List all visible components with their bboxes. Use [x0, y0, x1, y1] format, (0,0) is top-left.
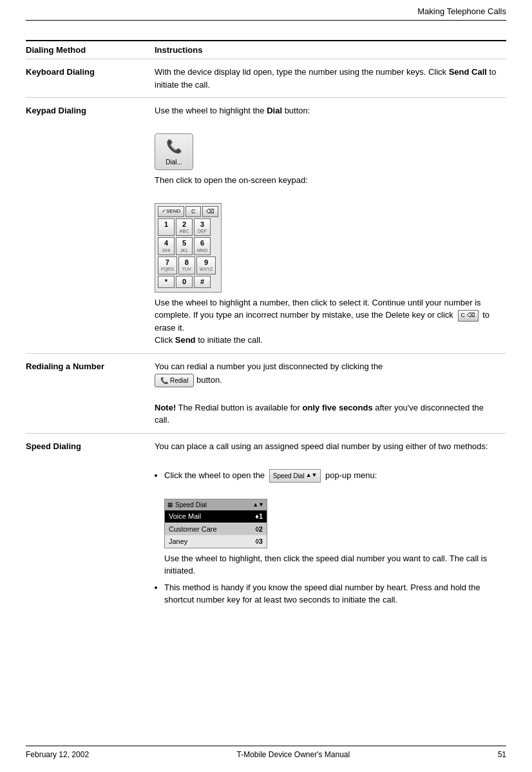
popup-customercare-label: Customer Care	[169, 524, 217, 535]
instructions-speed: You can place a call using an assigned s…	[155, 433, 506, 617]
bullet1-text2: pop-up menu:	[325, 470, 377, 480]
list-item: Click the wheel to open the Speed Dial ▲…	[164, 469, 500, 577]
keypad-key-star[interactable]: *	[158, 276, 175, 288]
table-row: Redialing a Number You can redial a numb…	[26, 353, 506, 433]
dial-phone-icon: 📞	[160, 137, 187, 156]
redial-text1: You can redial a number you just disconn…	[155, 362, 383, 371]
keypad-text2: button:	[282, 106, 310, 115]
bullet2-text: This method is handy if you know the spe…	[164, 583, 480, 605]
method-keypad: Keypad Dialing	[26, 98, 155, 354]
popup-header-icon: ▦	[167, 501, 173, 510]
redial-phone-icon: 📞	[160, 376, 168, 385]
popup-row-customercare[interactable]: Customer Care ◊2	[165, 523, 267, 536]
note-text: The Redial button is available for	[176, 403, 302, 412]
keyboard-text1: With the device display lid open, type t…	[155, 67, 449, 77]
popup-voicemail-label: Voice Mail	[169, 511, 201, 522]
keypad-text1: Use the wheel to highlight the	[155, 106, 267, 115]
speed-dial-popup: ▦ Speed Dial ▲▼ Voice Mail ♦1	[164, 499, 267, 548]
dial-button[interactable]: 📞 Dial...	[155, 133, 193, 170]
speed-dial-label: Speed Dial	[273, 471, 305, 481]
instructions-keypad: Use the wheel to highlight the Dial butt…	[155, 98, 506, 354]
list-item: This method is handy if you know the spe…	[164, 581, 500, 606]
popup-header-label: Speed Dial	[175, 500, 207, 510]
keypad-key-6[interactable]: 6MNO	[194, 237, 211, 255]
speed-dial-arrow-icon: ▲▼	[306, 471, 318, 480]
table-row: Keyboard Dialing With the device display…	[26, 59, 506, 98]
keypad-key-2[interactable]: 2ABC	[176, 218, 193, 236]
click-send-text: Click	[155, 335, 175, 345]
note-label: Note!	[155, 403, 176, 412]
redial-button[interactable]: 📞 Redial	[155, 374, 194, 387]
page-title: Making Telephone Calls	[417, 6, 506, 16]
speed-use-text: Use the wheel to highlight, then click t…	[164, 554, 487, 576]
keypad-key-hash[interactable]: #	[194, 276, 211, 288]
page-wrapper: Making Telephone Calls Dialing Method In…	[0, 0, 532, 772]
method-speed: Speed Dialing	[26, 433, 155, 617]
keypad-key-4[interactable]: 4GHI	[158, 237, 175, 255]
redial-label: Redial	[170, 376, 188, 385]
keypad-delete-btn[interactable]: ⌫	[202, 206, 218, 217]
col1-header: Dialing Method	[26, 41, 155, 59]
keyboard-bold1: Send Call	[449, 67, 487, 77]
note-bold-text: only five seconds	[303, 403, 373, 412]
speed-text1: You can place a call using an assigned s…	[155, 441, 488, 451]
footer-manual: T-Mobile Device Owner's Manual	[237, 750, 350, 759]
table-row: Keypad Dialing Use the wheel to highligh…	[26, 98, 506, 354]
method-redialing: Redialing a Number	[26, 353, 155, 433]
popup-janey-num: ◊3	[255, 536, 263, 547]
keypad-key-9[interactable]: 9WXYZ	[196, 256, 216, 275]
keypad-key-0[interactable]: 0	[176, 276, 193, 288]
dial-label: Dial...	[160, 157, 187, 167]
speed-dial-button[interactable]: Speed Dial ▲▼	[269, 469, 321, 483]
popup-customercare-num: ◊2	[255, 524, 263, 535]
use-text: Use the wheel to highlight a number, the…	[155, 298, 481, 320]
popup-header-arrows: ▲▼	[252, 501, 264, 510]
speed-dial-list: Click the wheel to open the Speed Dial ▲…	[164, 469, 500, 606]
keypad-top-row: ✓SEND C ⌫	[158, 206, 218, 217]
keypad-key-1[interactable]: 1	[158, 218, 175, 236]
then-text: Then click to open the on-screen keypad:	[155, 175, 308, 185]
button-text: button.	[196, 375, 222, 385]
keypad-row4: * 0 #	[158, 276, 218, 288]
col2-header: Instructions	[155, 41, 506, 59]
popup-row-janey[interactable]: Janey ◊3	[165, 536, 267, 548]
keypad-key-5[interactable]: 5JKL	[176, 237, 193, 255]
keypad-bold1: Dial	[267, 106, 282, 115]
keypad-key-7[interactable]: 7PQRS	[158, 256, 177, 275]
main-table: Dialing Method Instructions Keyboard Dia…	[26, 40, 506, 617]
keypad-c-btn[interactable]: C	[185, 206, 201, 217]
page-footer: February 12, 2002 T-Mobile Device Owner'…	[26, 746, 506, 759]
keypad-row1: 1 2ABC 3DEF	[158, 218, 218, 236]
instructions-redialing: You can redial a number you just disconn…	[155, 353, 506, 433]
popup-row-voicemail[interactable]: Voice Mail ♦1	[165, 510, 267, 523]
initiate-text: to initiate the call.	[196, 335, 263, 345]
footer-page: 51	[498, 750, 506, 759]
bullet1-text1: Click the wheel to open the	[164, 470, 267, 480]
footer-date: February 12, 2002	[26, 750, 89, 759]
keypad-widget: ✓SEND C ⌫ 1 2ABC 3DEF	[155, 203, 222, 293]
page-header: Making Telephone Calls	[26, 0, 506, 21]
main-content: Dialing Method Instructions Keyboard Dia…	[26, 40, 506, 617]
keypad-row2: 4GHI 5JKL 6MNO	[158, 237, 218, 255]
keypad-row3: 7PQRS 8TUV 9WXYZ	[158, 256, 218, 275]
keypad-key-3[interactable]: 3DEF	[194, 218, 211, 236]
delete-inline-button[interactable]: C ⌫	[458, 310, 479, 322]
keypad-send-btn[interactable]: ✓SEND	[158, 206, 184, 217]
instructions-keyboard: With the device display lid open, type t…	[155, 59, 506, 98]
popup-header: ▦ Speed Dial ▲▼	[165, 499, 267, 510]
popup-voicemail-num: ♦1	[255, 511, 263, 522]
table-row: Speed Dialing You can place a call using…	[26, 433, 506, 617]
popup-janey-label: Janey	[169, 536, 187, 547]
keypad-key-8[interactable]: 8TUV	[178, 256, 195, 275]
send-bold: Send	[175, 335, 196, 345]
c-icon: C ⌫	[461, 311, 475, 320]
method-keyboard: Keyboard Dialing	[26, 59, 155, 98]
